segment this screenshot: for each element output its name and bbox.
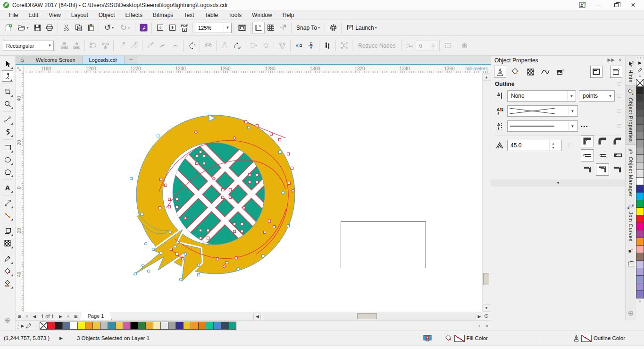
color-swatch[interactable] xyxy=(115,322,123,330)
search-content-button[interactable] xyxy=(137,22,150,34)
copy-button[interactable] xyxy=(72,22,84,34)
break-curve-button[interactable] xyxy=(99,40,111,52)
palette-scroll-up-button[interactable]: ▲ xyxy=(638,74,642,79)
restore-button[interactable] xyxy=(612,1,620,9)
docker-tab-corners[interactable] xyxy=(626,257,636,270)
next-page-button[interactable]: ▶ xyxy=(57,313,65,320)
symmetrical-node-button[interactable] xyxy=(169,40,181,52)
color-swatch[interactable] xyxy=(636,139,644,147)
extract-subpath-button[interactable] xyxy=(218,40,231,52)
color-swatch[interactable] xyxy=(636,102,644,110)
new-document-button[interactable] xyxy=(3,22,15,34)
color-swatch[interactable] xyxy=(123,322,131,330)
last-page-button[interactable]: » xyxy=(65,313,72,320)
drop-shadow-tool[interactable] xyxy=(2,225,13,237)
style-indicator-icon[interactable] xyxy=(610,66,622,78)
join-nodes-button[interactable] xyxy=(87,40,99,52)
line-style-settings-button[interactable]: ▪▪▪ xyxy=(581,124,589,129)
close-curve-button[interactable] xyxy=(231,40,243,52)
scale-with-object-button[interactable] xyxy=(596,163,609,176)
style-indicator[interactable] xyxy=(569,144,572,147)
palette-scroll-down-button[interactable]: ▼ xyxy=(638,299,642,305)
color-swatch[interactable] xyxy=(62,322,70,330)
summary-view-icon[interactable] xyxy=(590,66,602,78)
options-button[interactable] xyxy=(327,22,339,34)
outline-behind-fill-button[interactable] xyxy=(581,163,594,176)
curve-section-tab[interactable] xyxy=(539,66,552,78)
color-eyedropper-tool[interactable] xyxy=(2,253,13,264)
line-style-select[interactable]: ▼ xyxy=(507,120,578,132)
full-screen-preview-button[interactable] xyxy=(236,22,248,34)
status-expand-icon[interactable]: ▶ xyxy=(57,336,66,340)
square-cap-button[interactable] xyxy=(611,149,624,162)
palette-expand-button[interactable]: » xyxy=(483,322,491,330)
color-swatch[interactable] xyxy=(636,94,644,102)
rectangle-tool[interactable] xyxy=(2,142,13,153)
docker-tab-object-manager[interactable]: Object Manager xyxy=(626,145,636,200)
outline-color-select[interactable]: ▼ xyxy=(507,105,578,117)
paste-button[interactable] xyxy=(84,22,97,34)
reflect-nodes-vertically-button[interactable] xyxy=(305,40,317,52)
color-swatch[interactable] xyxy=(636,230,644,238)
color-swatch[interactable] xyxy=(176,322,184,330)
color-swatch[interactable] xyxy=(636,268,644,276)
color-swatch[interactable] xyxy=(636,245,644,253)
palette-flyout-button[interactable]: ▶ xyxy=(20,322,25,330)
color-swatch[interactable] xyxy=(636,192,644,200)
palette-scroll-left-button[interactable]: ‹ xyxy=(33,322,40,330)
color-swatch[interactable] xyxy=(636,185,644,193)
text-tool[interactable]: A xyxy=(2,182,13,193)
scroll-left-button[interactable]: ◀ xyxy=(253,313,261,320)
color-swatch[interactable] xyxy=(70,322,78,330)
delete-nodes-button[interactable] xyxy=(70,40,83,52)
reverse-direction-button[interactable] xyxy=(185,40,198,52)
color-swatch[interactable] xyxy=(198,322,206,330)
home-tab[interactable]: ⌂ xyxy=(16,56,29,64)
transparency-tool[interactable] xyxy=(2,238,13,249)
color-swatch[interactable] xyxy=(636,109,644,117)
color-swatch[interactable] xyxy=(636,170,644,178)
align-nodes-button[interactable] xyxy=(276,40,288,52)
drawing-canvas[interactable] xyxy=(24,73,482,312)
print-button[interactable] xyxy=(43,22,56,34)
first-page-button[interactable]: « xyxy=(23,313,31,320)
outline-section-tab[interactable] xyxy=(494,66,506,78)
color-swatch[interactable] xyxy=(636,283,644,291)
customize-toolbox-button[interactable]: ⊕ xyxy=(2,315,13,326)
menu-item[interactable]: Edit xyxy=(23,11,43,19)
shape-tool[interactable] xyxy=(2,70,13,82)
zoom-corner-button[interactable] xyxy=(483,313,491,320)
color-swatch[interactable] xyxy=(100,322,108,330)
horizontal-scrollbar[interactable] xyxy=(263,313,476,320)
panel-collapse-icon[interactable]: ▶▶ xyxy=(608,57,615,64)
color-swatch[interactable] xyxy=(168,322,176,330)
color-swatch[interactable] xyxy=(636,222,644,230)
ellipse-tool[interactable] xyxy=(2,154,13,165)
miter-limit-field[interactable]: ▲▼ xyxy=(507,140,562,151)
color-swatch[interactable] xyxy=(636,177,644,185)
color-swatch[interactable] xyxy=(55,322,63,330)
parallel-dimension-tool[interactable] xyxy=(2,197,13,209)
slider-icon[interactable] xyxy=(430,43,436,49)
no-color-swatch[interactable] xyxy=(636,79,644,87)
menu-item[interactable]: View xyxy=(43,11,66,19)
miter-corner-button[interactable] xyxy=(581,135,594,147)
round-corner-button[interactable] xyxy=(596,135,609,147)
color-swatch[interactable] xyxy=(191,322,199,330)
palette-eyedropper-icon[interactable] xyxy=(636,67,644,74)
docker-tab-join-curves[interactable]: Join Curves xyxy=(626,200,636,245)
menu-item[interactable]: Object xyxy=(93,11,120,19)
save-button[interactable] xyxy=(31,22,43,34)
color-swatch[interactable] xyxy=(636,86,644,94)
tab-document[interactable]: Logosds.cdr xyxy=(83,56,125,64)
launch-button[interactable]: Launch▾ xyxy=(343,22,380,34)
zoom-tool[interactable] xyxy=(2,98,13,110)
extend-curve-to-close-button[interactable] xyxy=(202,40,214,52)
convert-to-curve-button[interactable] xyxy=(128,40,140,52)
color-swatch[interactable] xyxy=(636,275,644,283)
bevel-corner-button[interactable] xyxy=(611,135,624,147)
connector-tool[interactable] xyxy=(2,210,13,221)
menu-item[interactable]: Help xyxy=(277,11,300,19)
logo-artwork[interactable] xyxy=(130,109,300,288)
menu-item[interactable]: Window xyxy=(247,11,277,19)
